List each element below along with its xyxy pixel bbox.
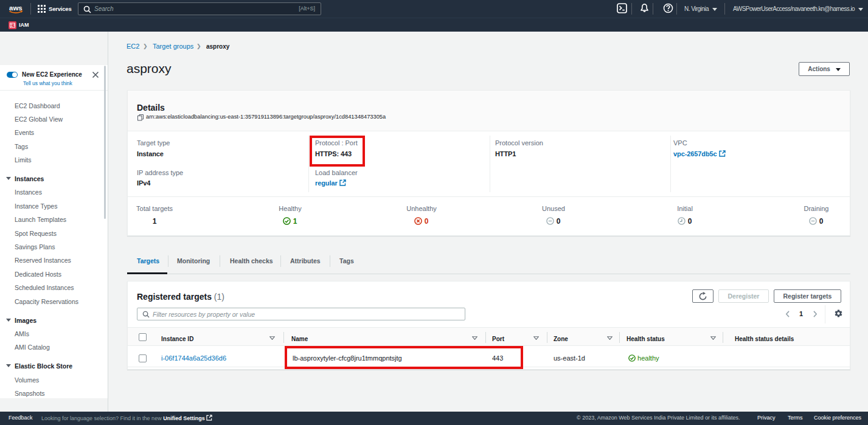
- svg-text:aws: aws: [9, 4, 23, 12]
